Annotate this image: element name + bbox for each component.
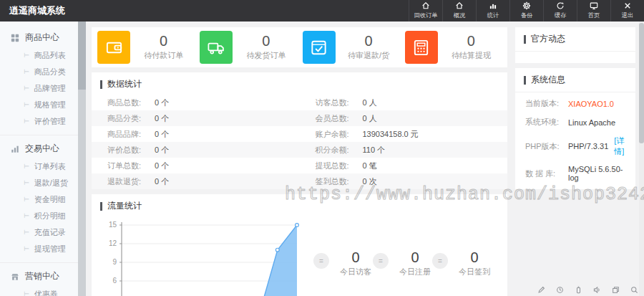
- svg-text:12: 12: [109, 239, 117, 247]
- home-icon: [455, 1, 464, 10]
- stat-value: 0: [438, 34, 504, 49]
- volume-icon[interactable]: [593, 286, 601, 294]
- sidebar-item[interactable]: ⊢资金明细: [0, 191, 86, 208]
- close-icon: [623, 1, 632, 10]
- stat-card-pending-shipment[interactable]: 0 待发货订单: [197, 31, 299, 64]
- sidebar-section-trade: 交易中心 ⊢订单列表 ⊢退款/退货 ⊢资金明细 ⊢积分明细 ⊢充值记录 ⊢提现管…: [0, 135, 86, 263]
- data-stats-row: 商品分类:0 个 会员总数:0 人: [92, 110, 507, 126]
- tree-tick-icon: ⊢: [24, 163, 29, 170]
- stat-cards-panel: 0 待付款订单 0 待发货订单: [92, 27, 507, 67]
- equals-circle-icon: =: [432, 253, 448, 269]
- nav-item-cache[interactable]: 缓存: [543, 0, 577, 22]
- tree-tick-icon: ⊢: [24, 213, 29, 219]
- sidebar-head-trade[interactable]: 交易中心: [0, 138, 86, 158]
- tree-tick-icon: ⊢: [24, 85, 29, 92]
- nav-item-home[interactable]: 首页: [577, 0, 610, 22]
- sidebar-item[interactable]: ⊢评价管理: [0, 113, 86, 130]
- bar-chart-icon: [489, 1, 497, 10]
- stat-card-pending-refund[interactable]: 0 待审退款/货: [300, 31, 402, 64]
- nav-item-stats[interactable]: 统计: [476, 0, 509, 22]
- battery-icon[interactable]: [575, 286, 582, 294]
- home-icon: [421, 1, 430, 10]
- sidebar-head-marketing[interactable]: 营销中心: [0, 266, 86, 286]
- sidebar: 商品中心 ⊢商品列表 ⊢商品分类 ⊢品牌管理 ⊢规格管理 ⊢评价管理 交易中心 …: [0, 22, 86, 296]
- panel-title: 系统信息: [515, 68, 635, 92]
- version-value: XIAOYAO1.0: [568, 100, 614, 108]
- app-title: 逍遥商城系统: [0, 0, 409, 22]
- sidebar-item[interactable]: ⊢规格管理: [0, 97, 86, 113]
- today-stats: = 0 今日访客 = 0 今日注册: [309, 249, 500, 296]
- page-scrollbar[interactable]: [639, 22, 644, 296]
- data-stats-row: 退款退货:0 个 签到总数:0 次: [92, 173, 507, 189]
- sidebar-item[interactable]: ⊢商品分类: [0, 64, 86, 80]
- svg-text:9: 9: [112, 258, 117, 266]
- footer-toolbar: [537, 286, 638, 294]
- monitor-icon: [590, 1, 598, 10]
- main-content: 0 待付款订单 0 待发货订单: [86, 22, 512, 296]
- panel-title: 官方动态: [515, 27, 635, 52]
- tree-tick-icon: ⊢: [24, 102, 29, 108]
- tree-tick-icon: ⊢: [24, 229, 29, 236]
- system-info-row: PHP版本: PHP/7.3.31 [详情]: [525, 135, 625, 157]
- data-stats-row: 评价总数:0 个 积分余额:110 个: [92, 142, 507, 158]
- today-registrations: = 0 今日注册: [373, 249, 431, 296]
- equals-circle-icon: =: [313, 253, 329, 269]
- stat-card-pending-payment[interactable]: 0 待付款订单: [94, 31, 197, 64]
- panel-title: 流量统计: [92, 194, 507, 216]
- php-details-link[interactable]: [详情]: [614, 135, 625, 157]
- data-stats-row: 订单总数:0 个 提现总数:0 笔: [92, 158, 507, 173]
- tree-tick-icon: ⊢: [24, 118, 29, 125]
- title-bar-icon: [524, 76, 526, 85]
- sidebar-item[interactable]: ⊢积分明细: [0, 208, 86, 224]
- stat-label: 待付款订单: [130, 50, 197, 61]
- gear-icon: [522, 1, 531, 10]
- title-bar-icon: [524, 35, 526, 44]
- area-chart: 15129630: [100, 221, 304, 296]
- nav-item-logout[interactable]: 退出: [610, 0, 644, 22]
- nav-item-recycle-orders[interactable]: 回收订单: [409, 0, 442, 22]
- sidebar-item[interactable]: ⊢退款/退货: [0, 175, 86, 191]
- history-icon[interactable]: [556, 286, 564, 294]
- sidebar-item[interactable]: ⊢提现管理: [0, 241, 86, 257]
- sidebar-item[interactable]: ⊢订单列表: [0, 158, 86, 175]
- search-icon[interactable]: [630, 286, 638, 294]
- admin-dashboard: 逍遥商城系统 回收订单 概况 统计 备份 缓存: [0, 0, 644, 296]
- page-scrollbar-thumb[interactable]: [639, 23, 644, 143]
- goods-grid-icon: [11, 34, 19, 42]
- stat-label: 待发货订单: [233, 50, 299, 61]
- nav-item-backup[interactable]: 备份: [509, 0, 543, 22]
- truck-icon: [200, 31, 233, 64]
- tree-tick-icon: ⊢: [24, 180, 29, 186]
- pen-icon[interactable]: [537, 286, 545, 294]
- checkbox-icon: [303, 31, 336, 64]
- data-stats-row: 商品品牌:0 个 账户余额:139034158.0 元: [92, 126, 507, 142]
- trade-chart-icon: [11, 145, 19, 153]
- system-info-row: 系统环境: Linux Apache: [525, 117, 625, 128]
- nav-item-overview[interactable]: 概况: [442, 0, 476, 22]
- today-visitors: = 0 今日访客: [313, 249, 371, 296]
- sidebar-scrollbar[interactable]: [78, 22, 86, 296]
- sidebar-item[interactable]: ⊢优惠券: [0, 286, 86, 296]
- sidebar-section-marketing: 营销中心 ⊢优惠券 ⊢限时折扣 ⊢限时拼团: [0, 263, 86, 296]
- system-info-panel: 系统信息 当前版本: XIAOYAO1.0 系统环境: Linux Apache…: [515, 68, 635, 189]
- marketing-shop-icon: [11, 272, 19, 281]
- data-stats-row: 商品总数:0 个 访客总数:0 人: [92, 95, 507, 110]
- sidebar-item[interactable]: ⊢充值记录: [0, 224, 86, 241]
- window-icon[interactable]: [612, 286, 620, 294]
- stat-value: 0: [336, 34, 402, 49]
- svg-text:6: 6: [112, 277, 117, 285]
- stat-label: 待结算提现: [438, 50, 504, 61]
- sidebar-scrollbar-thumb[interactable]: [78, 22, 86, 90]
- today-checkins: = 0 今日签到: [432, 249, 490, 296]
- data-stats-panel: 数据统计 商品总数:0 个 访客总数:0 人 商品分类:0 个 会员总数:0 人…: [92, 72, 507, 189]
- sidebar-item[interactable]: ⊢商品列表: [0, 47, 86, 64]
- tree-tick-icon: ⊢: [24, 246, 29, 252]
- traffic-panel: 流量统计 15129630 = 0 今日访客: [92, 194, 507, 296]
- stat-value: 0: [130, 34, 197, 49]
- stat-value: 0: [233, 34, 299, 49]
- sidebar-head-goods[interactable]: 商品中心: [0, 27, 86, 47]
- stat-card-pending-settlement[interactable]: 0 待结算提现: [402, 31, 504, 64]
- title-bar-icon: [100, 202, 102, 211]
- sidebar-item[interactable]: ⊢品牌管理: [0, 80, 86, 97]
- title-bar-icon: [100, 80, 102, 89]
